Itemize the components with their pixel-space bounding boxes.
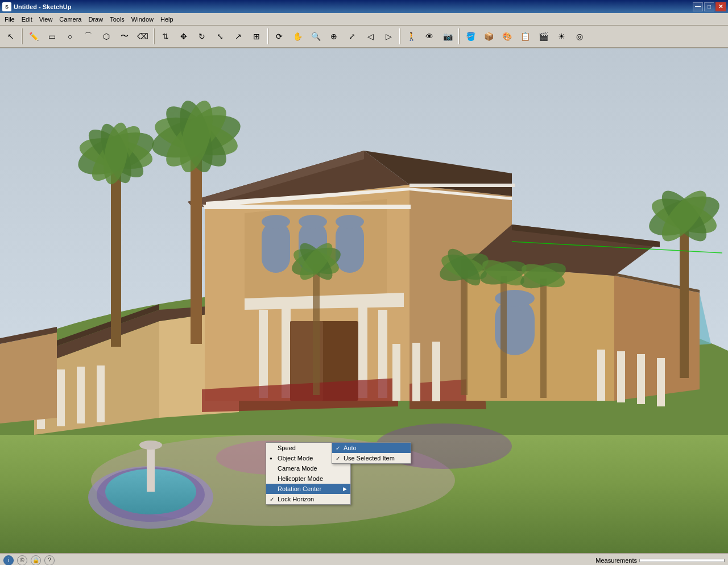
svg-rect-75 xyxy=(313,264,320,395)
polygon-tool[interactable]: ⬡ xyxy=(98,28,115,45)
submenu-auto[interactable]: Auto xyxy=(332,443,411,453)
statusbar: i © 🔒 ? Measurements xyxy=(0,553,728,565)
pan-tool[interactable]: ✋ xyxy=(289,28,306,45)
svg-rect-31 xyxy=(282,307,291,398)
circle-tool[interactable]: ○ xyxy=(61,28,78,45)
svg-point-27 xyxy=(262,215,290,229)
menu-file[interactable]: File xyxy=(1,14,18,25)
measurements-input[interactable] xyxy=(639,559,725,562)
svg-rect-17 xyxy=(97,365,105,422)
svg-marker-54 xyxy=(0,333,57,423)
minimize-button[interactable]: — xyxy=(693,2,703,11)
lookaround-tool[interactable]: 👁 xyxy=(421,28,438,45)
svg-rect-51 xyxy=(617,351,625,402)
select-tool[interactable]: ↖ xyxy=(2,28,19,45)
menu-edit[interactable]: Edit xyxy=(18,14,36,25)
titlebar: S Untitled - SketchUp — □ ✕ xyxy=(0,0,728,13)
rotate-tool[interactable]: ↻ xyxy=(193,28,210,45)
svg-rect-26 xyxy=(336,222,364,273)
position-camera-tool[interactable]: 📷 xyxy=(439,28,456,45)
svg-rect-50 xyxy=(597,350,605,401)
menu-tools[interactable]: Tools xyxy=(106,14,128,25)
pushpull-tool[interactable]: ⇅ xyxy=(157,28,174,45)
svg-rect-47 xyxy=(392,344,400,401)
maximize-button[interactable]: □ xyxy=(704,2,714,11)
rotation-center-submenu: Auto Use Selected Item xyxy=(332,442,411,464)
titlebar-left: S Untitled - SketchUp xyxy=(2,2,71,11)
components-tool[interactable]: 📦 xyxy=(480,28,497,45)
svg-rect-53 xyxy=(657,358,665,406)
walkthrough-tool[interactable]: 🚶 xyxy=(403,28,420,45)
svg-rect-80 xyxy=(461,270,468,395)
svg-point-29 xyxy=(336,215,364,229)
svg-point-8 xyxy=(139,441,162,450)
measurements-area: Measurements xyxy=(595,557,725,564)
svg-rect-48 xyxy=(412,343,420,401)
lock-icon[interactable]: 🔒 xyxy=(31,555,41,566)
window-controls: — □ ✕ xyxy=(693,2,726,11)
orbit-tool[interactable]: ⟳ xyxy=(271,28,288,45)
menubar: File Edit View Camera Draw Tools Window … xyxy=(0,13,728,26)
styles-tool[interactable]: 🎨 xyxy=(498,28,515,45)
followme-tool[interactable]: ↗ xyxy=(230,28,247,45)
svg-rect-93 xyxy=(204,205,411,209)
svg-rect-24 xyxy=(262,222,290,273)
zoom-extents-tool[interactable]: ⤢ xyxy=(344,28,361,45)
svg-rect-94 xyxy=(410,184,515,187)
offset-tool[interactable]: ⊞ xyxy=(248,28,265,45)
svg-rect-49 xyxy=(432,342,440,401)
toolbar-sep-2 xyxy=(154,28,155,44)
previous-view[interactable]: ◁ xyxy=(362,28,379,45)
soften-tool[interactable]: ◎ xyxy=(571,28,588,45)
next-view[interactable]: ▷ xyxy=(380,28,397,45)
layers-tool[interactable]: 📋 xyxy=(516,28,533,45)
viewport[interactable]: Speed Object Mode Camera Mode Helicopter… xyxy=(0,48,728,553)
menu-window[interactable]: Window xyxy=(128,14,157,25)
svg-rect-16 xyxy=(77,367,85,423)
ctx-camera-mode[interactable]: Camera Mode xyxy=(266,463,350,473)
paint-bucket-tool[interactable]: 🪣 xyxy=(462,28,479,45)
toolbar-sep-1 xyxy=(22,28,23,44)
toolbar-sep-5 xyxy=(458,28,460,44)
rectangle-tool[interactable]: ▭ xyxy=(43,28,60,45)
toolbar-sep-3 xyxy=(267,28,268,44)
scenes-tool[interactable]: 🎬 xyxy=(535,28,552,45)
eraser-tool[interactable]: ⌫ xyxy=(134,28,151,45)
svg-rect-84 xyxy=(500,276,507,398)
info-icon[interactable]: i xyxy=(3,555,14,566)
statusbar-left: i © 🔒 ? xyxy=(3,555,55,566)
3d-scene xyxy=(0,48,728,553)
menu-help[interactable]: Help xyxy=(157,14,177,25)
svg-rect-7 xyxy=(147,446,155,492)
close-button[interactable]: ✕ xyxy=(715,2,726,11)
line-tool[interactable]: ✏️ xyxy=(25,28,42,45)
svg-rect-70 xyxy=(680,219,689,378)
scale-tool[interactable]: ⤡ xyxy=(212,28,229,45)
menu-camera[interactable]: Camera xyxy=(56,14,85,25)
svg-rect-30 xyxy=(259,310,268,398)
submenu-use-selected-item[interactable]: Use Selected Item xyxy=(332,453,411,463)
question-icon[interactable]: ? xyxy=(44,555,55,566)
svg-rect-15 xyxy=(57,369,65,426)
shadows-tool[interactable]: ☀ xyxy=(553,28,570,45)
arc-tool[interactable]: ⌒ xyxy=(80,28,97,45)
freehand-tool[interactable]: 〜 xyxy=(116,28,133,45)
copyright-icon[interactable]: © xyxy=(17,555,27,566)
svg-rect-52 xyxy=(637,354,645,404)
menu-draw[interactable]: Draw xyxy=(85,14,106,25)
measurements-label: Measurements xyxy=(595,557,637,564)
ctx-lock-horizon[interactable]: Lock Horizon xyxy=(266,494,350,504)
menu-view[interactable]: View xyxy=(36,14,56,25)
ctx-rotation-center[interactable]: Rotation Center xyxy=(266,484,350,494)
svg-point-28 xyxy=(299,215,327,229)
zoom-window-tool[interactable]: ⊕ xyxy=(325,28,342,45)
app-icon: S xyxy=(2,2,11,11)
move-tool[interactable]: ✥ xyxy=(175,28,192,45)
ctx-helicopter-mode[interactable]: Helicopter Mode xyxy=(266,473,350,484)
toolbar: ↖ ✏️ ▭ ○ ⌒ ⬡ 〜 ⌫ ⇅ ✥ ↻ ⤡ ↗ ⊞ ⟳ ✋ 🔍 ⊕ ⤢ ◁… xyxy=(0,26,728,48)
window-title: Untitled - SketchUp xyxy=(14,3,71,10)
svg-rect-87 xyxy=(540,279,547,398)
toolbar-sep-4 xyxy=(399,28,400,44)
zoom-tool[interactable]: 🔍 xyxy=(307,28,324,45)
